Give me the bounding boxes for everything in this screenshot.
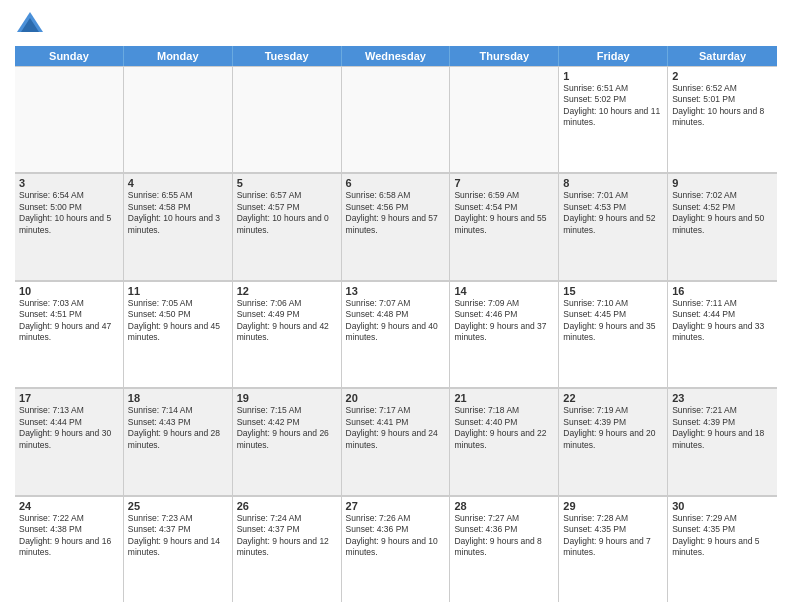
calendar-cell: 26Sunrise: 7:24 AM Sunset: 4:37 PM Dayli… [233,496,342,602]
day-number: 9 [672,177,773,189]
day-number: 13 [346,285,446,297]
header-day-tuesday: Tuesday [233,46,342,66]
day-info: Sunrise: 6:51 AM Sunset: 5:02 PM Dayligh… [563,83,663,129]
day-number: 5 [237,177,337,189]
calendar-cell: 11Sunrise: 7:05 AM Sunset: 4:50 PM Dayli… [124,281,233,387]
header-day-wednesday: Wednesday [342,46,451,66]
calendar-cell [233,66,342,172]
calendar-cell: 27Sunrise: 7:26 AM Sunset: 4:36 PM Dayli… [342,496,451,602]
page: SundayMondayTuesdayWednesdayThursdayFrid… [0,0,792,612]
day-number: 22 [563,392,663,404]
day-info: Sunrise: 7:10 AM Sunset: 4:45 PM Dayligh… [563,298,663,344]
day-number: 2 [672,70,773,82]
day-info: Sunrise: 6:54 AM Sunset: 5:00 PM Dayligh… [19,190,119,236]
day-number: 1 [563,70,663,82]
day-info: Sunrise: 7:01 AM Sunset: 4:53 PM Dayligh… [563,190,663,236]
calendar-cell [124,66,233,172]
day-info: Sunrise: 7:21 AM Sunset: 4:39 PM Dayligh… [672,405,773,451]
day-info: Sunrise: 6:55 AM Sunset: 4:58 PM Dayligh… [128,190,228,236]
calendar-cell: 18Sunrise: 7:14 AM Sunset: 4:43 PM Dayli… [124,388,233,494]
header-day-monday: Monday [124,46,233,66]
day-number: 30 [672,500,773,512]
calendar-cell: 10Sunrise: 7:03 AM Sunset: 4:51 PM Dayli… [15,281,124,387]
day-info: Sunrise: 7:29 AM Sunset: 4:35 PM Dayligh… [672,513,773,559]
calendar-cell: 15Sunrise: 7:10 AM Sunset: 4:45 PM Dayli… [559,281,668,387]
calendar-cell: 17Sunrise: 7:13 AM Sunset: 4:44 PM Dayli… [15,388,124,494]
logo-icon [15,10,45,40]
calendar-cell: 13Sunrise: 7:07 AM Sunset: 4:48 PM Dayli… [342,281,451,387]
calendar-row-5: 24Sunrise: 7:22 AM Sunset: 4:38 PM Dayli… [15,496,777,602]
day-number: 10 [19,285,119,297]
calendar-cell: 1Sunrise: 6:51 AM Sunset: 5:02 PM Daylig… [559,66,668,172]
day-number: 17 [19,392,119,404]
calendar-cell [450,66,559,172]
day-number: 7 [454,177,554,189]
day-info: Sunrise: 7:24 AM Sunset: 4:37 PM Dayligh… [237,513,337,559]
day-info: Sunrise: 7:13 AM Sunset: 4:44 PM Dayligh… [19,405,119,451]
calendar-cell: 30Sunrise: 7:29 AM Sunset: 4:35 PM Dayli… [668,496,777,602]
day-info: Sunrise: 7:15 AM Sunset: 4:42 PM Dayligh… [237,405,337,451]
logo [15,10,49,40]
day-info: Sunrise: 7:17 AM Sunset: 4:41 PM Dayligh… [346,405,446,451]
day-info: Sunrise: 7:07 AM Sunset: 4:48 PM Dayligh… [346,298,446,344]
calendar-header: SundayMondayTuesdayWednesdayThursdayFrid… [15,46,777,66]
calendar-cell: 19Sunrise: 7:15 AM Sunset: 4:42 PM Dayli… [233,388,342,494]
day-number: 27 [346,500,446,512]
day-info: Sunrise: 6:58 AM Sunset: 4:56 PM Dayligh… [346,190,446,236]
day-info: Sunrise: 7:03 AM Sunset: 4:51 PM Dayligh… [19,298,119,344]
calendar-cell: 20Sunrise: 7:17 AM Sunset: 4:41 PM Dayli… [342,388,451,494]
day-number: 16 [672,285,773,297]
day-info: Sunrise: 7:22 AM Sunset: 4:38 PM Dayligh… [19,513,119,559]
calendar-cell: 21Sunrise: 7:18 AM Sunset: 4:40 PM Dayli… [450,388,559,494]
calendar-body: 1Sunrise: 6:51 AM Sunset: 5:02 PM Daylig… [15,66,777,602]
day-number: 15 [563,285,663,297]
calendar-cell: 25Sunrise: 7:23 AM Sunset: 4:37 PM Dayli… [124,496,233,602]
day-info: Sunrise: 7:14 AM Sunset: 4:43 PM Dayligh… [128,405,228,451]
day-number: 23 [672,392,773,404]
day-info: Sunrise: 7:09 AM Sunset: 4:46 PM Dayligh… [454,298,554,344]
day-number: 29 [563,500,663,512]
calendar-cell [15,66,124,172]
calendar-cell: 22Sunrise: 7:19 AM Sunset: 4:39 PM Dayli… [559,388,668,494]
calendar-cell: 12Sunrise: 7:06 AM Sunset: 4:49 PM Dayli… [233,281,342,387]
header-day-sunday: Sunday [15,46,124,66]
calendar-cell: 14Sunrise: 7:09 AM Sunset: 4:46 PM Dayli… [450,281,559,387]
calendar-row-4: 17Sunrise: 7:13 AM Sunset: 4:44 PM Dayli… [15,388,777,495]
day-info: Sunrise: 7:27 AM Sunset: 4:36 PM Dayligh… [454,513,554,559]
day-info: Sunrise: 7:19 AM Sunset: 4:39 PM Dayligh… [563,405,663,451]
day-info: Sunrise: 7:18 AM Sunset: 4:40 PM Dayligh… [454,405,554,451]
day-info: Sunrise: 7:28 AM Sunset: 4:35 PM Dayligh… [563,513,663,559]
day-number: 25 [128,500,228,512]
header-day-friday: Friday [559,46,668,66]
day-info: Sunrise: 6:59 AM Sunset: 4:54 PM Dayligh… [454,190,554,236]
calendar-cell: 29Sunrise: 7:28 AM Sunset: 4:35 PM Dayli… [559,496,668,602]
day-info: Sunrise: 7:05 AM Sunset: 4:50 PM Dayligh… [128,298,228,344]
calendar-cell: 2Sunrise: 6:52 AM Sunset: 5:01 PM Daylig… [668,66,777,172]
header-day-saturday: Saturday [668,46,777,66]
day-number: 26 [237,500,337,512]
day-number: 3 [19,177,119,189]
day-info: Sunrise: 7:02 AM Sunset: 4:52 PM Dayligh… [672,190,773,236]
day-number: 20 [346,392,446,404]
day-number: 6 [346,177,446,189]
day-number: 4 [128,177,228,189]
day-number: 19 [237,392,337,404]
calendar: SundayMondayTuesdayWednesdayThursdayFrid… [15,46,777,602]
calendar-cell: 16Sunrise: 7:11 AM Sunset: 4:44 PM Dayli… [668,281,777,387]
day-info: Sunrise: 7:23 AM Sunset: 4:37 PM Dayligh… [128,513,228,559]
day-number: 24 [19,500,119,512]
day-number: 11 [128,285,228,297]
calendar-cell: 8Sunrise: 7:01 AM Sunset: 4:53 PM Daylig… [559,173,668,279]
day-info: Sunrise: 7:26 AM Sunset: 4:36 PM Dayligh… [346,513,446,559]
day-number: 21 [454,392,554,404]
calendar-cell: 24Sunrise: 7:22 AM Sunset: 4:38 PM Dayli… [15,496,124,602]
calendar-cell: 28Sunrise: 7:27 AM Sunset: 4:36 PM Dayli… [450,496,559,602]
day-number: 28 [454,500,554,512]
day-number: 12 [237,285,337,297]
calendar-cell: 3Sunrise: 6:54 AM Sunset: 5:00 PM Daylig… [15,173,124,279]
calendar-row-3: 10Sunrise: 7:03 AM Sunset: 4:51 PM Dayli… [15,281,777,388]
calendar-cell [342,66,451,172]
day-info: Sunrise: 6:52 AM Sunset: 5:01 PM Dayligh… [672,83,773,129]
calendar-cell: 7Sunrise: 6:59 AM Sunset: 4:54 PM Daylig… [450,173,559,279]
day-info: Sunrise: 7:06 AM Sunset: 4:49 PM Dayligh… [237,298,337,344]
